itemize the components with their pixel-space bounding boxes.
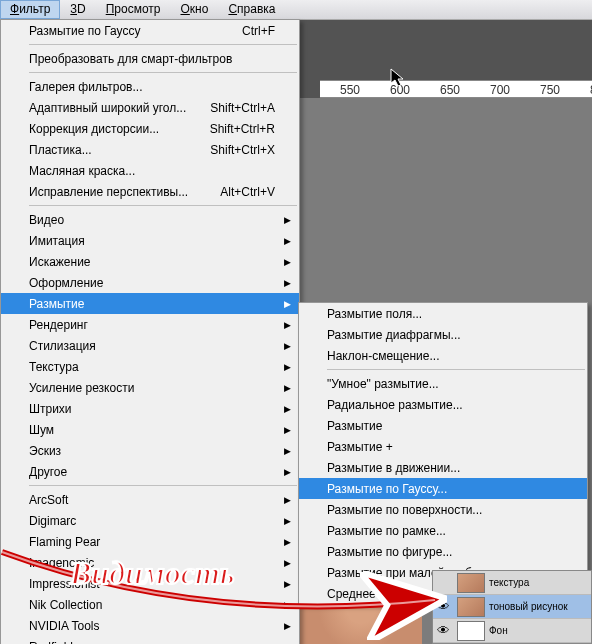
layer-thumbnail	[457, 621, 485, 641]
submenu-arrow-icon: ▶	[284, 215, 291, 225]
blur-menu-item-6[interactable]: Размытие	[299, 415, 587, 436]
filter-menu-item-11[interactable]: Видео▶	[1, 209, 299, 230]
layer-name: текстура	[489, 577, 529, 588]
blur-menu-item-2[interactable]: Наклон-смещение...	[299, 345, 587, 366]
filter-menu-item-18[interactable]: Текстура▶	[1, 356, 299, 377]
submenu-arrow-icon: ▶	[284, 425, 291, 435]
menu-item-label: Пластика...	[29, 143, 92, 157]
ruler-tick: 700	[490, 83, 510, 97]
submenu-arrow-icon: ▶	[284, 621, 291, 631]
menu-item-label: Другое	[29, 465, 67, 479]
filter-menu-item-27[interactable]: Flaming Pear▶	[1, 531, 299, 552]
menu-item-label: Imagenomic	[29, 556, 94, 570]
menu-item-label: Размытие по Гауссу...	[327, 482, 447, 496]
blur-menu-item-12[interactable]: Размытие по фигуре...	[299, 541, 587, 562]
blur-menu-item-11[interactable]: Размытие по рамке...	[299, 520, 587, 541]
menu-item-label: Размытие по Гауссу	[29, 24, 140, 38]
filter-menu-item-15[interactable]: Размытие▶	[1, 293, 299, 314]
menu-item-label: Размытие поля...	[327, 307, 422, 321]
ruler-tick: 650	[440, 83, 460, 97]
submenu-arrow-icon: ▶	[284, 446, 291, 456]
filter-menu-item-0[interactable]: Размытие по ГауссуCtrl+F	[1, 20, 299, 41]
filter-menu-item-13[interactable]: Искажение▶	[1, 251, 299, 272]
menu-item-label: Адаптивный широкий угол...	[29, 101, 186, 115]
filter-menu-item-6[interactable]: Коррекция дисторсии...Shift+Ctrl+R	[1, 118, 299, 139]
filter-menu-item-22[interactable]: Эскиз▶	[1, 440, 299, 461]
filter-menu-item-32[interactable]: Redfield▶	[1, 636, 299, 644]
layer-visibility-icon[interactable]: 👁	[433, 599, 453, 614]
filter-menu-separator	[29, 205, 297, 206]
menu-item-label: Среднее	[327, 587, 376, 601]
menu-item-shortcut: Shift+Ctrl+R	[210, 122, 275, 136]
filter-menu-item-29[interactable]: Impressionist▶	[1, 573, 299, 594]
blur-menu-item-0[interactable]: Размытие поля...	[299, 303, 587, 324]
menu-item-label: Размытие диафрагмы...	[327, 328, 461, 342]
menu-item-shortcut: Shift+Ctrl+A	[210, 101, 275, 115]
filter-menu-separator	[29, 72, 297, 73]
menubar-item-просмотр[interactable]: Просмотр	[96, 0, 171, 19]
menu-item-label: Размытие +	[327, 440, 393, 454]
filter-menu-item-17[interactable]: Стилизация▶	[1, 335, 299, 356]
menu-item-label: Размытие в движении...	[327, 461, 460, 475]
submenu-arrow-icon: ▶	[284, 362, 291, 372]
menu-item-label: Рендеринг	[29, 318, 88, 332]
submenu-arrow-icon: ▶	[284, 467, 291, 477]
filter-menu-item-4[interactable]: Галерея фильтров...	[1, 76, 299, 97]
filter-menu-item-30[interactable]: Nik Collection▶	[1, 594, 299, 615]
filter-menu-item-28[interactable]: Imagenomic▶	[1, 552, 299, 573]
blur-menu-item-9[interactable]: Размытие по Гауссу...	[299, 478, 587, 499]
menu-item-label: Шум	[29, 423, 54, 437]
layer-thumbnail	[457, 597, 485, 617]
filter-menu-item-7[interactable]: Пластика...Shift+Ctrl+X	[1, 139, 299, 160]
menubar-item-справка[interactable]: Справка	[218, 0, 285, 19]
filter-menu-item-14[interactable]: Оформление▶	[1, 272, 299, 293]
blur-menu-item-7[interactable]: Размытие +	[299, 436, 587, 457]
filter-menu-item-16[interactable]: Рендеринг▶	[1, 314, 299, 335]
filter-menu-item-12[interactable]: Имитация▶	[1, 230, 299, 251]
filter-menu-item-5[interactable]: Адаптивный широкий угол...Shift+Ctrl+A	[1, 97, 299, 118]
filter-menu-item-9[interactable]: Исправление перспективы...Alt+Ctrl+V	[1, 181, 299, 202]
menu-item-label: Стилизация	[29, 339, 96, 353]
filter-menu-item-25[interactable]: ArcSoft▶	[1, 489, 299, 510]
submenu-arrow-icon: ▶	[284, 558, 291, 568]
blur-menu-item-5[interactable]: Радиальное размытие...	[299, 394, 587, 415]
menu-item-label: Redfield	[29, 640, 73, 645]
filter-menu-item-21[interactable]: Шум▶	[1, 419, 299, 440]
layer-visibility-icon[interactable]: 👁	[433, 623, 453, 638]
layer-row[interactable]: 👁Фон	[433, 619, 591, 643]
menu-item-label: Масляная краска...	[29, 164, 135, 178]
filter-menu-dropdown: Размытие по ГауссуCtrl+FПреобразовать дл…	[0, 19, 300, 644]
ruler-tick: 600	[390, 83, 410, 97]
menu-item-label: Digimarc	[29, 514, 76, 528]
submenu-arrow-icon: ▶	[284, 278, 291, 288]
filter-menu-item-8[interactable]: Масляная краска...	[1, 160, 299, 181]
blur-menu-item-1[interactable]: Размытие диафрагмы...	[299, 324, 587, 345]
menubar-item-окно[interactable]: Окно	[171, 0, 219, 19]
menu-item-label: Размытие по фигуре...	[327, 545, 452, 559]
menu-item-label: Наклон-смещение...	[327, 349, 440, 363]
filter-menu-item-23[interactable]: Другое▶	[1, 461, 299, 482]
blur-menu-item-10[interactable]: Размытие по поверхности...	[299, 499, 587, 520]
menu-item-label: Nik Collection	[29, 598, 102, 612]
filter-menu-item-2[interactable]: Преобразовать для смарт-фильтров	[1, 48, 299, 69]
filter-menu-item-26[interactable]: Digimarc▶	[1, 510, 299, 531]
submenu-arrow-icon: ▶	[284, 537, 291, 547]
layer-thumbnail	[457, 573, 485, 593]
blur-menu-item-8[interactable]: Размытие в движении...	[299, 457, 587, 478]
menu-item-label: Видео	[29, 213, 64, 227]
menu-item-shortcut: Ctrl+F	[242, 24, 275, 38]
menubar-item-фильтр[interactable]: Фильтр	[0, 0, 60, 19]
filter-menu-item-31[interactable]: NVIDIA Tools▶	[1, 615, 299, 636]
menu-item-label: "Умное" размытие...	[327, 377, 439, 391]
submenu-arrow-icon: ▶	[284, 404, 291, 414]
layers-panel: текстура👁тоновый рисунок👁Фон	[432, 570, 592, 644]
menu-item-label: Оформление	[29, 276, 103, 290]
submenu-arrow-icon: ▶	[284, 600, 291, 610]
layer-row[interactable]: текстура	[433, 571, 591, 595]
blur-menu-item-4[interactable]: "Умное" размытие...	[299, 373, 587, 394]
filter-menu-item-20[interactable]: Штрихи▶	[1, 398, 299, 419]
menubar-item-3d[interactable]: 3D	[60, 0, 95, 19]
layer-row[interactable]: 👁тоновый рисунок	[433, 595, 591, 619]
filter-menu-item-19[interactable]: Усиление резкости▶	[1, 377, 299, 398]
menu-item-label: Исправление перспективы...	[29, 185, 188, 199]
